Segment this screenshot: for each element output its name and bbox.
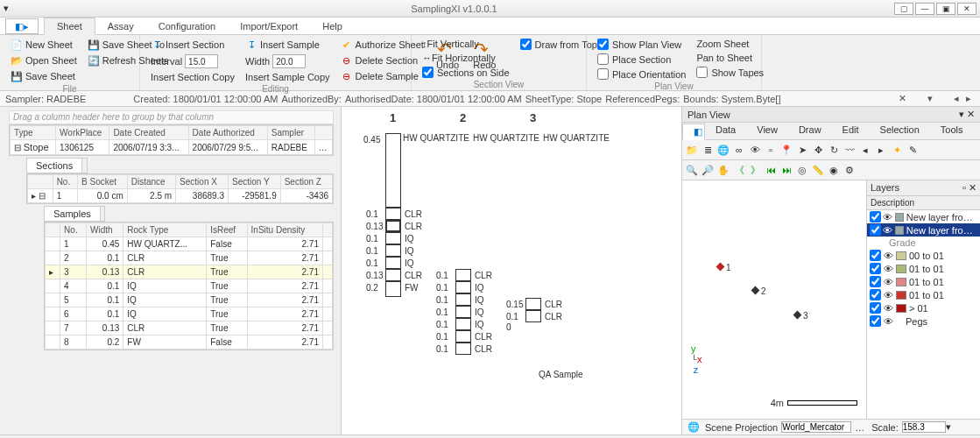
wand-icon[interactable]: ✎ [906,143,920,157]
section-view[interactable]: 1 2 3 0.45 HW QUARTZITE 0.1CLR0.13CLR0.1… [342,107,682,434]
samples-grid[interactable]: No.WidthRock TypeIsReefInSitu Density 10… [44,222,334,350]
move-icon[interactable]: ✥ [811,143,825,157]
pv-tab-view[interactable]: View [746,123,788,139]
layer-row[interactable]: 👁New layer from sec... [867,210,980,223]
layer-row[interactable]: 👁Pegs [867,314,980,328]
sections-grid[interactable]: No.B SocketDistanceSection XSection YSec… [26,173,334,204]
peg-2[interactable] [751,286,760,295]
back-icon[interactable]: ◂ [858,143,872,157]
insert-sample-button[interactable]: ↧Insert Sample [242,38,334,52]
nav-next-icon[interactable]: ▸ [966,93,971,104]
peg-1[interactable] [716,263,725,272]
cursor-icon[interactable]: ➤ [795,143,809,157]
place-section-check[interactable]: Place Section [594,53,689,66]
sample-row[interactable]: 10.45HW QUARTZ...False2.71 [46,237,333,251]
prev-icon[interactable]: 《 [732,163,746,177]
box-icon[interactable]: ▫ [764,143,778,157]
pv-tab-draw[interactable]: Draw [788,123,832,139]
last-icon[interactable]: ⏭ [779,163,793,177]
zoom-sheet-button[interactable]: Zoom Sheet [693,38,767,50]
layer-row[interactable]: 👁00 to 01 [867,249,980,262]
sections-row[interactable]: ▸ ⊟10.0 cm2.5 m38689.3-29581.9-3436 [28,189,333,203]
restore-small-button[interactable]: ▢ [894,3,913,15]
insert-sample-copy-button[interactable]: Insert Sample Copy [242,71,334,83]
fwd-icon[interactable]: ▸ [874,143,888,157]
show-plan-view-check[interactable]: Show Plan View [594,38,689,51]
pv-tab-tools[interactable]: Tools [930,123,974,139]
layer-row[interactable]: 👁> 01 [867,301,980,314]
pin-icon[interactable]: 📍 [779,143,793,157]
folder-icon[interactable]: 📁 [685,143,699,157]
tab-sheet[interactable]: Sheet [44,18,95,35]
layer-eye-icon[interactable]: 👁 [748,143,762,157]
insert-section-copy-button[interactable]: Insert Section Copy [147,71,238,83]
pv-tab-utilities[interactable]: Utilities [974,123,981,139]
pv-tab-data[interactable]: Data [705,123,746,139]
close-button[interactable]: ✕ [957,3,976,15]
star-icon[interactable]: ✦ [890,143,904,157]
samples-tab[interactable]: Samples [45,207,101,221]
sections-tab[interactable]: Sections [27,159,82,173]
show-tapes-check[interactable]: Show Tapes [693,66,767,79]
save-sheet-button[interactable]: 💾Save Sheet [7,69,81,83]
nav-prev-icon[interactable]: ◂ [954,93,959,104]
zoom-in-icon[interactable]: 🔍 [685,163,699,177]
sample-row[interactable]: 80.2FWFalse2.71 [46,336,333,350]
main-grid[interactable]: TypeWorkPlaceDate CreatedDate Authorized… [9,124,334,156]
tab-import-export[interactable]: Import/Export [228,18,310,34]
group-by-hint[interactable]: Drag a column header here to group by th… [9,110,334,124]
compass-icon[interactable]: ◉ [827,163,841,177]
globe-icon[interactable]: 🌐 [716,143,730,157]
pan-to-sheet-button[interactable]: Pan to Sheet [693,52,767,64]
sample-row[interactable]: 20.1CLRTrue2.71 [46,251,333,265]
zoom-out-icon[interactable]: 🔎 [701,163,715,177]
pv-tab-edit[interactable]: Edit [832,123,870,139]
gear-icon[interactable]: ⚙ [843,163,857,177]
fit-vertically-check[interactable]: ↕Fit Vertically [419,38,513,50]
sample-row[interactable]: 60.1IQTrue2.71 [46,307,333,321]
pv-tab-selection[interactable]: Selection [870,123,930,139]
layer-row[interactable]: 👁01 to 01 [867,275,980,288]
target-icon[interactable]: ◎ [795,163,809,177]
tab-help[interactable]: Help [310,18,355,34]
next-icon[interactable]: 》 [748,163,762,177]
layers-icon[interactable]: ≣ [701,143,715,157]
main-grid-row[interactable]: ⊟ Stope13061252006/07/19 3:3...2006/07/2… [11,140,333,155]
insert-section-button[interactable]: ↧Insert Section [147,38,238,52]
minimize-button[interactable]: — [915,3,934,15]
sample-row[interactable]: 70.13CLRTrue2.71 [46,321,333,336]
sections-on-side-check[interactable]: Sections on Side [419,66,513,79]
sample-row[interactable]: 50.1IQTrue2.71 [46,293,333,307]
pv-tab-home[interactable]: ◧ [682,124,705,140]
projection-input[interactable] [781,421,851,433]
sample-row[interactable]: 40.1IQTrue2.71 [46,279,333,293]
open-sheet-button[interactable]: 📂Open Sheet [7,53,81,67]
layer-row[interactable]: 👁New layer from sec... [867,223,980,237]
app-logo[interactable]: ◧▸ [5,18,39,34]
pan-icon[interactable]: ✋ [716,163,730,177]
path-icon[interactable]: 〰 [843,143,857,157]
first-icon[interactable]: ⏮ [764,163,778,177]
group-planview-label: Plan View [592,81,756,93]
layer-row[interactable]: 👁01 to 01 [867,288,980,301]
width-field[interactable]: Width20.0 [242,53,334,69]
close-tab-icon[interactable]: ✕ [899,93,906,104]
ruler-icon[interactable]: 📏 [811,163,825,177]
new-sheet-button[interactable]: 📄New Sheet [7,38,81,52]
dropdown-icon[interactable]: ▾ [927,93,933,104]
place-orientation-check[interactable]: Place Orientation [594,67,689,81]
maximize-button[interactable]: ▣ [936,3,955,15]
scale-input[interactable] [902,421,946,433]
tab-configuration[interactable]: Configuration [146,18,228,34]
peg-3[interactable] [793,311,802,320]
interval-field[interactable]: Interval15.0 [147,53,238,69]
rotate-icon[interactable]: ↻ [827,143,841,157]
layer-row[interactable]: Grade [867,237,980,249]
tab-assay[interactable]: Assay [95,18,146,34]
sample-row[interactable]: ▸30.13CLRTrue2.71 [46,265,333,279]
fit-horizontally-check[interactable]: ↔Fit Horizontally [419,52,513,64]
plan-map[interactable]: 1 2 3 y└x z 4m [682,180,866,419]
app-menu-icon[interactable]: ▾ [4,3,16,14]
layer-row[interactable]: 👁01 to 01 [867,262,980,275]
link-icon[interactable]: ∞ [732,143,746,157]
